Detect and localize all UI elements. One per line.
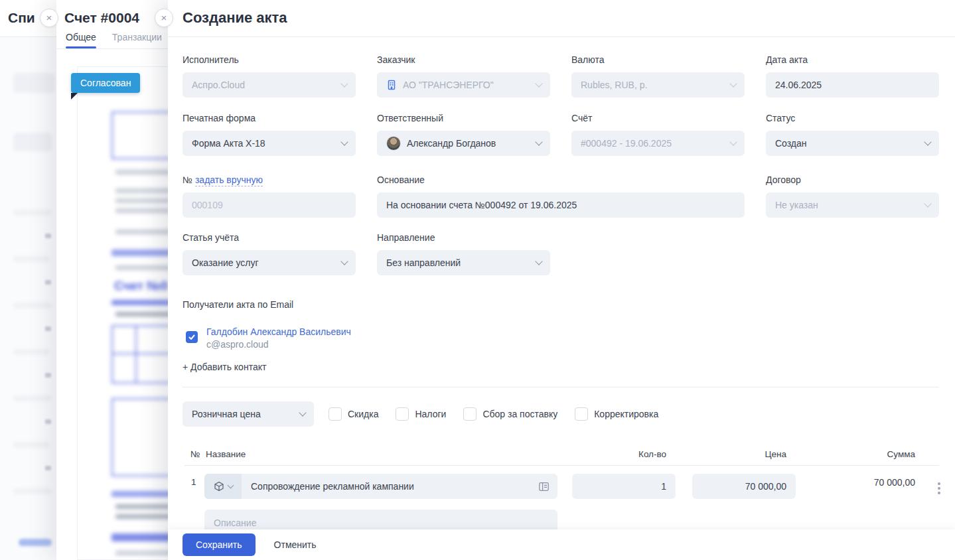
- field-label: Направление: [377, 232, 550, 243]
- item-details-icon[interactable]: [538, 481, 550, 492]
- contact-checkbox[interactable]: [186, 331, 198, 343]
- qty-value: 1: [661, 481, 666, 492]
- price-type-select[interactable]: Розничная цена: [183, 401, 314, 427]
- checkbox[interactable]: [329, 407, 342, 421]
- preview-table-line: [135, 326, 137, 382]
- list-ghost-row: [13, 442, 50, 448]
- checkbox[interactable]: [575, 407, 588, 421]
- field-value: Без направлений: [386, 257, 461, 268]
- contract-select[interactable]: Не указан: [766, 192, 939, 218]
- close-icon[interactable]: ×: [40, 9, 58, 27]
- row-menu-kebab-icon[interactable]: [938, 482, 940, 496]
- executor-select[interactable]: Аспро.Cloud: [183, 72, 356, 98]
- act-number-input[interactable]: [183, 192, 356, 218]
- toggle-adjustment[interactable]: Корректировка: [575, 407, 658, 421]
- print-form-select[interactable]: Форма Акта Х-18: [183, 131, 356, 156]
- qty-input[interactable]: 1: [572, 474, 676, 499]
- field-label: Ответственный: [377, 113, 550, 123]
- field-value: На основании счета №000492 от 19.06.2025: [386, 200, 577, 210]
- field-contract: Договор Не указан: [766, 175, 939, 218]
- invoice-ref-select[interactable]: #000492 - 19.06.2025: [571, 131, 745, 156]
- add-contact-link[interactable]: + Добавить контакт: [183, 362, 266, 372]
- field-responsible: Ответственный Александр Богданов: [377, 113, 550, 156]
- tab-general[interactable]: Общее: [66, 32, 96, 48]
- currency-select[interactable]: Rubles, RUB, р.: [571, 72, 745, 98]
- toggle-discount[interactable]: Скидка: [329, 407, 378, 421]
- table-header-divider: [184, 465, 939, 466]
- toggle-taxes[interactable]: Налоги: [396, 407, 446, 421]
- list-ghost-row: [13, 303, 52, 309]
- checkbox[interactable]: [396, 407, 409, 421]
- panel-act-creation: Создание акта Исполнитель Аспро.Cloud За…: [168, 0, 955, 560]
- field-value: Создан: [775, 138, 807, 149]
- email-recipients-label: Получатели акта по Email: [183, 299, 293, 310]
- toggle-label: Корректировка: [594, 409, 658, 419]
- contact-email: c@aspro.cloud: [206, 339, 351, 350]
- tab-transactions[interactable]: Транзакции: [112, 32, 162, 48]
- list-ghost-row: [13, 488, 52, 494]
- preview-heading: Счет №0: [114, 279, 168, 293]
- chevron-down-icon: [340, 80, 348, 87]
- divider: [168, 36, 955, 37]
- chevron-down-icon: [299, 409, 306, 416]
- basis-input[interactable]: На основании счета №000492 от 19.06.2025: [377, 192, 745, 218]
- accounting-item-select[interactable]: Оказание услуг: [183, 250, 356, 275]
- checkbox[interactable]: [463, 407, 477, 421]
- toggle-delivery-fee[interactable]: Сбор за поставку: [463, 407, 557, 421]
- chevron-down-icon: [535, 138, 542, 145]
- field-act-date: Дата акта 24.06.2025: [766, 54, 939, 98]
- product-type-selector[interactable]: [204, 474, 242, 499]
- contact-name-link[interactable]: Галдобин Александр Васильевич: [206, 326, 351, 337]
- price-value: 70 000,00: [745, 481, 786, 492]
- col-index: №: [190, 449, 200, 459]
- field-value: Аспро.Cloud: [192, 80, 245, 90]
- field-currency: Валюта Rubles, RUB, р.: [571, 54, 745, 98]
- save-button[interactable]: Сохранить: [183, 533, 256, 556]
- row-sum: 70 000,00: [836, 477, 915, 488]
- list-ghost-link: [19, 539, 52, 546]
- list-ghost-row: [45, 466, 51, 470]
- chevron-down-icon: [924, 200, 931, 207]
- direction-select[interactable]: Без направлений: [377, 250, 550, 275]
- field-print-form: Печатная форма Форма Акта Х-18: [183, 113, 356, 156]
- app-window: Спи Счет #0004 Общее Транзакции: [0, 0, 955, 560]
- field-customer: Заказчик АО "ТРАНСЭНЕРГО": [377, 54, 550, 98]
- chevron-down-icon: [729, 80, 737, 87]
- list-ghost-row: [45, 280, 51, 285]
- product-name-input[interactable]: Сопровождение рекламной кампании: [204, 474, 557, 499]
- list-ghost-row: [13, 210, 52, 216]
- field-price-type: Розничная цена: [183, 401, 314, 427]
- list-ghost-block: [13, 133, 52, 151]
- field-label: Счёт: [571, 113, 745, 123]
- chevron-down-icon: [535, 257, 542, 265]
- check-icon: [188, 333, 196, 341]
- field-status: Статус Создан: [766, 113, 939, 156]
- page-title: Создание акта: [183, 9, 287, 27]
- field-label: Исполнитель: [183, 54, 356, 65]
- field-value: Александр Богданов: [407, 138, 496, 149]
- product-name: Сопровождение рекламной кампании: [242, 481, 538, 492]
- customer-select[interactable]: АО "ТРАНСЭНЕРГО": [377, 72, 550, 98]
- field-label: Дата акта: [766, 54, 939, 65]
- col-name: Название: [206, 449, 246, 459]
- list-ghost-block: [13, 73, 54, 93]
- close-icon[interactable]: ×: [155, 9, 173, 27]
- field-label: Заказчик: [377, 54, 550, 65]
- field-direction: Направление Без направлений: [377, 232, 550, 275]
- invoice-panel-title: Счет #0004: [64, 10, 139, 26]
- list-ghost-row: [45, 419, 51, 424]
- list-ghost-row: [45, 373, 51, 378]
- field-value: Rubles, RUB, р.: [581, 80, 647, 90]
- cancel-button[interactable]: Отменить: [274, 539, 317, 550]
- status-select[interactable]: Создан: [766, 131, 939, 156]
- field-value: Форма Акта Х-18: [192, 138, 265, 149]
- col-price: Цена: [765, 449, 786, 459]
- field-label: Договор: [766, 175, 939, 185]
- price-input[interactable]: 70 000,00: [692, 474, 796, 499]
- set-number-manually-link[interactable]: задать вручную: [195, 175, 263, 186]
- chevron-down-icon: [729, 138, 737, 145]
- field-label: № задать вручную: [183, 175, 356, 185]
- responsible-select[interactable]: Александр Богданов: [377, 131, 550, 156]
- act-date-input[interactable]: 24.06.2025: [766, 72, 939, 98]
- list-ghost-row: [13, 349, 50, 355]
